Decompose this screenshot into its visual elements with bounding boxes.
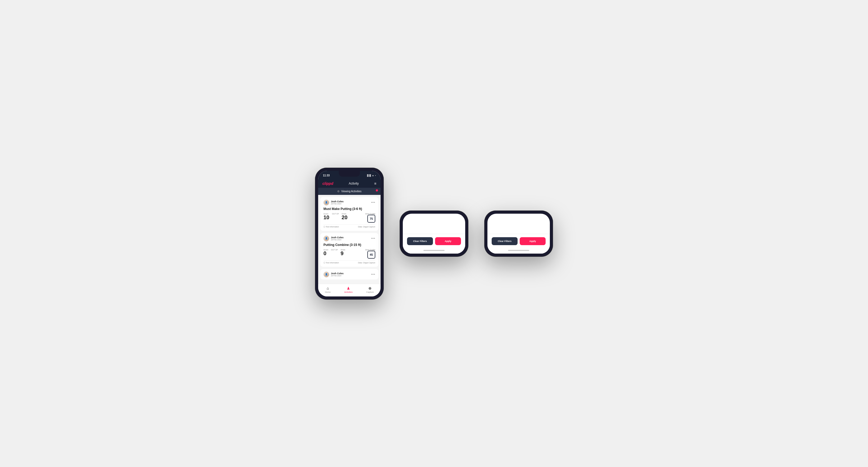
clear-filters-btn-2[interactable]: Clear Filters	[407, 237, 433, 245]
user-date-1: 28 Feb 2023	[331, 203, 344, 205]
tab-capture[interactable]: ⊕ Capture	[366, 286, 374, 293]
phone-3-screen: 11:33 ▐▐▐ ▲ ▪ clippd Activity ≡ ⚙ Viewin…	[488, 214, 550, 254]
filter-settings-icon: ⚙	[337, 190, 340, 193]
filter-footer-2: Clear Filters Apply	[403, 234, 465, 248]
out-of-1: OUT OF	[332, 213, 339, 215]
filter-overlay-3: Filter ✕ Show Rounds Practice Drills Pra…	[488, 214, 550, 254]
menu-icon[interactable]: ≡	[374, 181, 376, 186]
user-info-3: 👤 Josh Coles 28 Feb 2023	[323, 272, 344, 277]
user-details-1: Josh Coles 28 Feb 2023	[331, 200, 344, 205]
more-dots-3[interactable]: •••	[371, 273, 375, 276]
activity-card-2[interactable]: 👤 Josh Coles 28 Feb 2023 ••• Putting Com…	[320, 233, 378, 267]
activity-list: 👤 Josh Coles 28 Feb 2023 ••• Must Make P…	[318, 195, 380, 284]
home-bar-3	[508, 250, 529, 251]
shots-stat-1: Shots 20	[342, 213, 347, 220]
home-indicator-2	[403, 248, 465, 254]
stats-row-2: Score 0 OUT OF Shots 9 Shot Quality 45	[323, 249, 375, 259]
card-title-1: Must Make Putting (3-6 ft)	[323, 207, 375, 211]
footer-left-1: ⓘ Test Information	[323, 225, 339, 228]
logo: clippd	[322, 181, 333, 186]
out-of-2: OUT OF	[331, 249, 338, 251]
phone-1-screen: 11:33 ▐▐▐ ▲ ▪ clippd Activity ≡ ⚙ Viewin…	[318, 171, 380, 297]
home-icon: ⌂	[327, 286, 329, 290]
card-title-2: Putting Combine (3-15 ft)	[323, 243, 375, 247]
score-stat-2: Score 0	[323, 249, 328, 256]
avatar-2: 👤	[323, 236, 329, 242]
status-icons: ▐▐▐ ▲ ▪	[366, 174, 376, 177]
user-date-2: 28 Feb 2023	[331, 239, 344, 241]
tab-activities[interactable]: ♟ Activities	[344, 286, 353, 293]
filter-dot	[376, 189, 378, 191]
score-value-1: 10	[323, 214, 329, 220]
signal-icon: ▐▐▐	[366, 174, 371, 177]
card-footer-1: ⓘ Test Information Data: Clippd Capture	[323, 224, 375, 228]
status-time: 11:33	[323, 174, 330, 177]
bottom-tabs: ⌂ Home ♟ Activities ⊕ Capture	[318, 284, 380, 297]
user-name-2: Josh Coles	[331, 236, 344, 239]
footer-left-2: ⓘ Test Information	[323, 261, 339, 264]
tab-capture-label: Capture	[366, 291, 374, 293]
user-name-3: Josh Coles	[331, 272, 344, 275]
card-header-2: 👤 Josh Coles 28 Feb 2023 •••	[323, 236, 375, 242]
user-date-3: 28 Feb 2023	[331, 275, 344, 277]
more-dots-2[interactable]: •••	[371, 237, 375, 240]
shot-quality-1: Shot Quality 75	[365, 213, 375, 223]
user-info-2: 👤 Josh Coles 28 Feb 2023	[323, 236, 344, 242]
phone-2: 11:33 ▐▐▐ ▲ ▪ clippd Activity ≡ ⚙ Viewin…	[400, 211, 468, 257]
clear-filters-btn-3[interactable]: Clear Filters	[492, 237, 518, 245]
avatar-1: 👤	[323, 200, 329, 206]
battery-icon: ▪	[375, 174, 376, 177]
user-name-1: Josh Coles	[331, 200, 344, 203]
score-stat-1: Score 10	[323, 213, 329, 220]
sq-label-1: Shot Quality	[365, 213, 375, 215]
user-details-3: Josh Coles 28 Feb 2023	[331, 272, 344, 277]
avatar-img-2: 👤	[324, 236, 329, 241]
apply-btn-2[interactable]: Apply	[435, 237, 461, 245]
capture-icon: ⊕	[368, 286, 372, 290]
tab-home-label: Home	[325, 291, 331, 293]
user-info-1: 👤 Josh Coles 28 Feb 2023	[323, 200, 344, 206]
avatar-img-1: 👤	[324, 200, 329, 205]
shots-stat-2: Shots 9	[341, 249, 345, 256]
avatar-3: 👤	[323, 272, 329, 277]
notch	[339, 171, 360, 177]
filter-banner[interactable]: ⚙ Viewing Activities	[318, 188, 380, 195]
nav-title: Activity	[349, 182, 359, 185]
nav-bar: clippd Activity ≡	[318, 179, 380, 188]
scene: 11:33 ▐▐▐ ▲ ▪ clippd Activity ≡ ⚙ Viewin…	[299, 152, 569, 315]
activity-card-3[interactable]: 👤 Josh Coles 28 Feb 2023 •••	[320, 269, 378, 280]
sq-badge-2: 45	[367, 251, 375, 259]
stats-row-1: Score 10 OUT OF Shots 20 Shot Quality 75	[323, 213, 375, 223]
tab-activities-label: Activities	[344, 291, 353, 293]
score-value-2: 0	[323, 250, 327, 256]
filter-banner-text: Viewing Activities	[341, 190, 362, 193]
filter-overlay-2: Filter ✕ Show Rounds Practice Drills Rou…	[403, 214, 465, 254]
avatar-img-3: 👤	[324, 272, 329, 277]
footer-right-2: Data: Clippd Capture	[358, 262, 375, 263]
phone-1: 11:33 ▐▐▐ ▲ ▪ clippd Activity ≡ ⚙ Viewin…	[315, 168, 384, 300]
filter-footer-3: Clear Filters Apply	[488, 234, 550, 248]
phone-2-screen: 11:33 ▐▐▐ ▲ ▪ clippd Activity ≡ ⚙ Viewin…	[403, 214, 465, 254]
sq-label-2: Shot Quality	[365, 249, 375, 251]
user-details-2: Josh Coles 28 Feb 2023	[331, 236, 344, 241]
wifi-icon: ▲	[372, 174, 374, 177]
footer-right-1: Data: Clippd Capture	[358, 226, 375, 228]
activities-icon: ♟	[347, 286, 350, 290]
activity-card-1[interactable]: 👤 Josh Coles 28 Feb 2023 ••• Must Make P…	[320, 197, 378, 231]
card-header-3: 👤 Josh Coles 28 Feb 2023 •••	[323, 272, 375, 277]
apply-btn-3[interactable]: Apply	[520, 237, 546, 245]
card-header-1: 👤 Josh Coles 28 Feb 2023 •••	[323, 200, 375, 206]
card-footer-2: ⓘ Test Information Data: Clippd Capture	[323, 260, 375, 264]
phone-3: 11:33 ▐▐▐ ▲ ▪ clippd Activity ≡ ⚙ Viewin…	[484, 211, 553, 257]
shots-value-2: 9	[341, 250, 344, 256]
sq-badge-1: 75	[367, 215, 375, 223]
home-indicator-3	[488, 248, 550, 254]
home-bar-2	[424, 250, 444, 251]
tab-home[interactable]: ⌂ Home	[325, 286, 331, 293]
shot-quality-2: Shot Quality 45	[365, 249, 375, 259]
shots-value-1: 20	[342, 214, 347, 220]
more-dots-1[interactable]: •••	[371, 201, 375, 205]
